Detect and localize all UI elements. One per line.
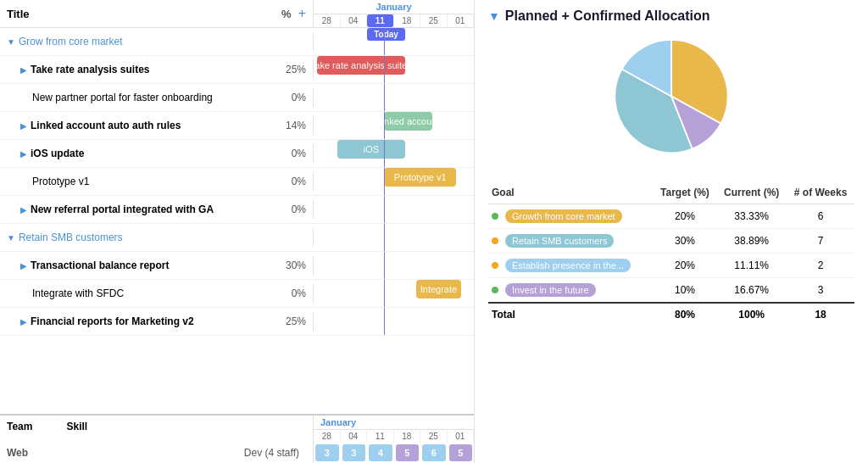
goal-dot-2 <box>492 262 498 269</box>
chevron-ios-update[interactable]: ▶ <box>20 149 27 159</box>
date-row: 280411182501 <box>314 14 474 27</box>
footer-header-row: Team Skill January 280411182501 <box>0 416 474 443</box>
footer-data-area: 334565 <box>314 443 474 463</box>
row-title-retain-header: Retain SMB customers <box>19 232 306 243</box>
chart-area-take-rate: Take rate analysis suites <box>314 56 474 83</box>
gantt-header: Title % + January 280411182501 <box>0 0 474 28</box>
title-cell-new-referral: ▶New referral portal integrated with GA0… <box>0 200 314 219</box>
gantt-row-new-referral: ▶New referral portal integrated with GA0… <box>0 196 474 224</box>
goal-cell-2: Establish presence in the... <box>488 254 654 278</box>
chevron-new-referral[interactable]: ▶ <box>20 205 27 215</box>
table-row: Growth from core market20%33.33%6 <box>488 204 854 229</box>
title-cell-transactional: ▶Transactional balance report30% <box>0 256 314 275</box>
title-cell-integrate-sfdc: Integrate with SFDC0% <box>0 284 314 303</box>
footer-date-18: 18 <box>394 430 421 443</box>
chevron-linked-account[interactable]: ▶ <box>20 121 27 131</box>
footer-month-label: January <box>314 416 363 429</box>
section-title: ▼ Planned + Confirmed Allocation <box>488 8 854 24</box>
chevron-retain-header[interactable]: ▼ <box>7 233 15 243</box>
table-row: Retain SMB customers30%38.89%7 <box>488 229 854 254</box>
collapse-arrow[interactable]: ▼ <box>488 9 500 23</box>
chevron-financial-reports[interactable]: ▶ <box>20 317 27 326</box>
dates-header: January 280411182501 <box>314 0 474 27</box>
header-date-01: 01 <box>448 14 475 27</box>
total-label: Total <box>488 303 654 326</box>
footer-date-04: 04 <box>341 430 368 443</box>
chart-area-retain-header <box>314 224 474 251</box>
footer-date-01: 01 <box>448 430 475 443</box>
month-label: January <box>314 0 474 14</box>
row-pct-financial-reports: 25% <box>276 315 306 327</box>
target-0: 20% <box>654 204 716 229</box>
footer-title-cell: Team Skill <box>0 416 314 443</box>
bar-prototype: Prototype v1 <box>384 168 456 187</box>
chart-area-prototype: Prototype v1 <box>314 168 474 195</box>
bar-ios-update: iOS <box>337 140 404 159</box>
gantt-row-ios-update: ▶iOS update0%iOS <box>0 140 474 168</box>
footer-num-2: 4 <box>369 444 392 461</box>
gantt-panel: Title % + January 280411182501 Today ▼Gr… <box>0 0 475 463</box>
row-pct-integrate-sfdc: 0% <box>276 287 306 299</box>
chart-area-integrate-sfdc: Integrate <box>314 280 474 307</box>
bar-take-rate: Take rate analysis suites <box>317 56 405 75</box>
title-cell-new-partner: New partner portal for faster onboarding… <box>0 88 314 107</box>
weeks-1: 7 <box>787 229 854 254</box>
pie-chart <box>595 32 748 168</box>
goal-dot-1 <box>492 237 498 244</box>
goal-badge-0: Growth from core market <box>505 209 622 223</box>
goal-badge-1: Retain SMB customers <box>505 234 614 248</box>
current-0: 33.33% <box>716 204 787 229</box>
chart-area-financial-reports <box>314 308 474 335</box>
chevron-transactional[interactable]: ▶ <box>20 261 27 271</box>
title-cell-prototype: Prototype v10% <box>0 172 314 191</box>
gantt-row-transactional: ▶Transactional balance report30% <box>0 252 474 280</box>
alloc-tbody: Growth from core market20%33.33%6Retain … <box>488 204 854 326</box>
skill-value: Dev (4 staff) <box>244 447 306 459</box>
target-2: 20% <box>654 254 716 278</box>
target-3: 10% <box>654 278 716 304</box>
title-column-header: Title % + <box>0 0 314 27</box>
goal-dot-3 <box>492 287 498 293</box>
chevron-take-rate[interactable]: ▶ <box>20 65 27 75</box>
table-row: Invest in the future10%16.67%3 <box>488 278 854 304</box>
table-header-row: Goal Target (%) Current (%) # of Weeks <box>488 181 854 204</box>
gantt-row-take-rate: ▶Take rate analysis suites25%Take rate a… <box>0 56 474 84</box>
total-row: Total80%100%18 <box>488 303 854 326</box>
gantt-row-grow-header: ▼Grow from core market <box>0 28 474 56</box>
pct-col-label: % <box>281 8 292 20</box>
chart-area-transactional <box>314 252 474 279</box>
current-3: 16.67% <box>716 278 787 304</box>
header-date-11: 11 <box>367 14 394 27</box>
row-pct-prototype: 0% <box>276 176 306 187</box>
gantt-row-new-partner: New partner portal for faster onboarding… <box>0 84 474 112</box>
allocation-title: Planned + Confirmed Allocation <box>505 8 710 24</box>
row-title-new-referral: New referral portal integrated with GA <box>31 204 276 215</box>
footer-num-4: 6 <box>422 444 446 461</box>
footer-label-cell: Web Dev (4 staff) <box>0 443 314 463</box>
goal-badge-3: Invest in the future <box>505 283 596 297</box>
header-date-28: 28 <box>314 14 341 27</box>
row-title-linked-account: Linked account auto auth rules <box>31 120 276 131</box>
row-pct-new-partner: 0% <box>276 92 306 103</box>
total-weeks: 18 <box>787 303 854 326</box>
add-button[interactable]: + <box>298 6 306 21</box>
current-2: 11.11% <box>716 254 787 278</box>
chevron-grow-header[interactable]: ▼ <box>7 37 15 47</box>
row-title-take-rate: Take rate analysis suites <box>31 64 276 75</box>
row-title-ios-update: iOS update <box>31 148 276 159</box>
title-cell-financial-reports: ▶Financial reports for Marketing v225% <box>0 312 314 331</box>
pie-container <box>488 32 854 168</box>
allocation-table: Goal Target (%) Current (%) # of Weeks G… <box>488 181 854 326</box>
skill-label: Skill <box>66 421 87 438</box>
row-title-integrate-sfdc: Integrate with SFDC <box>32 287 276 299</box>
title-cell-linked-account: ▶Linked account auto auth rules14% <box>0 116 314 135</box>
row-pct-ios-update: 0% <box>276 148 306 159</box>
row-title-grow-header: Grow from core market <box>19 36 306 47</box>
current-1: 38.89% <box>716 229 787 254</box>
bar-integrate-sfdc: Integrate <box>416 280 461 298</box>
title-cell-ios-update: ▶iOS update0% <box>0 144 314 163</box>
row-title-new-partner: New partner portal for faster onboarding <box>32 92 276 103</box>
header-date-18: 18 <box>394 14 421 27</box>
row-pct-take-rate: 25% <box>276 64 306 75</box>
goal-dot-0 <box>492 213 498 220</box>
